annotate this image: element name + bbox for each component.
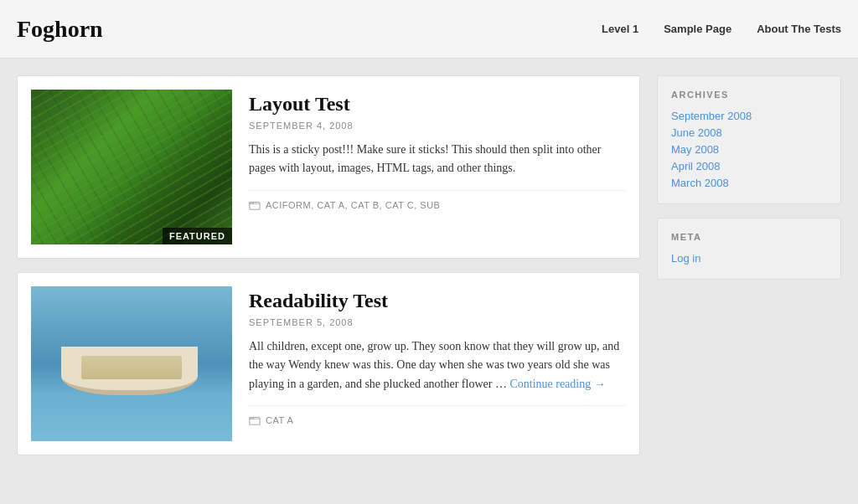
post-date-layout-test: SEPTEMBER 4, 2008 [249,121,626,131]
list-item: September 2008 [671,110,827,123]
archives-list: September 2008 June 2008 May 2008 April … [671,110,827,190]
archive-link-jun2008[interactable]: June 2008 [671,126,722,139]
folder-icon-2 [249,414,261,426]
post-thumbnail-leaves: FEATURED [31,90,232,244]
svg-rect-3 [250,418,253,419]
site-header: Foghorn Level 1 Sample Page About The Te… [0,0,858,59]
post-excerpt-readability-test: All children, except one, grow up. They … [249,337,626,393]
archive-link-may2008[interactable]: May 2008 [671,143,719,156]
archive-link-apr2008[interactable]: April 2008 [671,160,721,172]
meta-widget: META Log in [657,218,841,280]
post-date-readability-test: SEPTEMBER 5, 2008 [249,317,626,327]
post-body-readability-test: Readability Test SEPTEMBER 5, 2008 All c… [249,286,626,426]
post-card-layout-test: FEATURED Layout Test SEPTEMBER 4, 2008 T… [17,75,640,259]
list-item: May 2008 [671,143,827,157]
login-link[interactable]: Log in [671,252,700,265]
main-nav: Level 1 Sample Page About The Tests [602,23,841,35]
archives-widget-title: ARCHIVES [671,90,827,100]
meta-list: Log in [671,252,827,265]
post-title-layout-test[interactable]: Layout Test [249,93,626,116]
sidebar: ARCHIVES September 2008 June 2008 May 20… [657,75,841,455]
meta-widget-title: META [671,232,827,242]
nav-about-tests[interactable]: About The Tests [757,23,841,35]
post-categories-layout-test: ACIFORM, CAT A, CAT B, CAT C, SUB [266,200,440,210]
nav-level1[interactable]: Level 1 [602,23,638,35]
main-content: FEATURED Layout Test SEPTEMBER 4, 2008 T… [17,75,640,455]
thumbnail-image-boat [31,286,232,441]
content-wrapper: FEATURED Layout Test SEPTEMBER 4, 2008 T… [0,59,858,472]
post-title-readability-test[interactable]: Readability Test [249,290,626,312]
archive-link-mar2008[interactable]: March 2008 [671,177,729,189]
post-body-layout-test: Layout Test SEPTEMBER 4, 2008 This is a … [249,90,626,211]
post-thumbnail-boat [31,286,232,441]
list-item: March 2008 [671,177,827,190]
post-meta-layout-test: ACIFORM, CAT A, CAT B, CAT C, SUB [249,190,626,211]
nav-sample-page[interactable]: Sample Page [664,23,731,35]
archive-link-sep2008[interactable]: September 2008 [671,110,752,122]
continue-reading-link[interactable]: Continue reading → [509,378,605,390]
list-item: June 2008 [671,126,827,140]
svg-rect-1 [250,202,253,203]
list-item: Log in [671,252,827,265]
post-excerpt-layout-test: This is a sticky post!!! Make sure it st… [249,141,626,178]
archives-widget: ARCHIVES September 2008 June 2008 May 20… [657,75,841,204]
site-title[interactable]: Foghorn [17,16,103,43]
folder-icon [249,199,261,211]
post-meta-readability-test: CAT A [249,405,626,426]
post-categories-readability-test: CAT A [266,415,293,425]
thumbnail-image-leaves [31,90,232,244]
featured-badge: FEATURED [163,228,232,244]
post-card-readability-test: Readability Test SEPTEMBER 5, 2008 All c… [17,272,640,455]
list-item: April 2008 [671,160,827,173]
